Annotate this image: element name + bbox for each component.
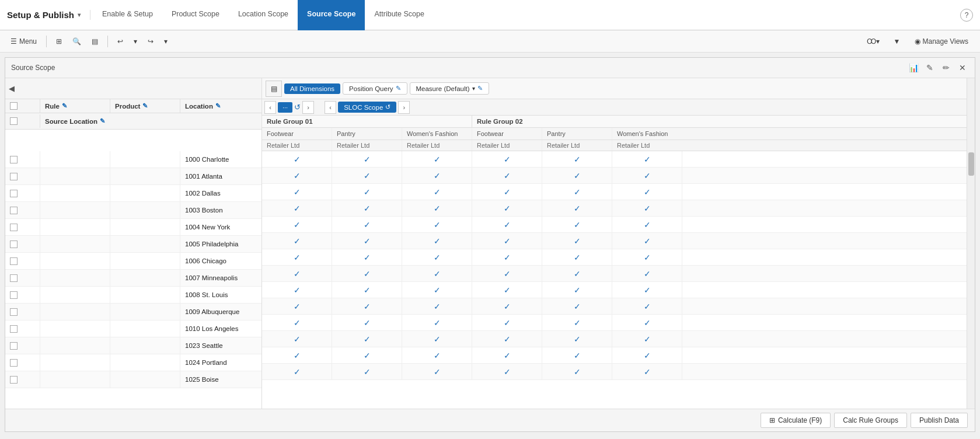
check-cell[interactable]: ✓ (472, 364, 542, 380)
help-button[interactable]: ? (960, 9, 973, 22)
right-data-row[interactable]: ✓✓✓✓✓✓ (262, 217, 967, 233)
sloc-scope-button[interactable]: SLOC Scope ↺ (338, 102, 396, 113)
tab-all-dimensions[interactable]: All Dimensions (284, 83, 340, 94)
check-cell[interactable]: ✓ (612, 282, 682, 298)
table-row[interactable]: 1001 Atlanta (5, 168, 261, 185)
check-cell[interactable]: ✓ (472, 282, 542, 298)
check-cell[interactable]: ✓ (262, 282, 332, 298)
table-row[interactable]: 1010 Los Angeles (5, 320, 261, 337)
app-title[interactable]: Setup & Publish ▾ (7, 10, 90, 20)
check-cell[interactable]: ✓ (402, 200, 472, 217)
check-cell[interactable]: ✓ (612, 217, 682, 233)
check-cell[interactable]: ✓ (332, 249, 402, 266)
check-cell[interactable]: ✓ (472, 266, 542, 282)
scrollbar-track[interactable] (967, 151, 975, 409)
table-row[interactable]: 1005 Philadelphia (5, 236, 261, 253)
tab-enable-setup[interactable]: Enable & Setup (93, 0, 162, 30)
check-cell[interactable]: ✓ (612, 347, 682, 364)
right-data-column[interactable]: ✓✓✓✓✓✓✓✓✓✓✓✓✓✓✓✓✓✓✓✓✓✓✓✓✓✓✓✓✓✓✓✓✓✓✓✓✓✓✓✓… (262, 151, 967, 409)
check-cell[interactable]: ✓ (542, 298, 612, 315)
check-cell[interactable]: ✓ (262, 200, 332, 217)
check-cell[interactable]: ✓ (332, 347, 402, 364)
right-data-row[interactable]: ✓✓✓✓✓✓ (262, 151, 967, 168)
table-row[interactable]: 1024 Portland (5, 354, 261, 371)
calculate-button[interactable]: ⊞ Calculate (F9) (761, 413, 831, 428)
row-checkbox[interactable] (5, 253, 40, 269)
check-cell[interactable]: ✓ (402, 315, 472, 331)
tab-position-query[interactable]: Position Query ✎ (343, 82, 407, 95)
select-all-checkbox[interactable] (10, 102, 18, 110)
left-nav-arrow-2[interactable]: ‹ (325, 101, 336, 114)
source-location-edit-icon[interactable]: ✎ (100, 117, 105, 125)
check-cell[interactable]: ✓ (542, 282, 612, 298)
check-cell[interactable]: ✓ (612, 168, 682, 184)
right-data-row[interactable]: ✓✓✓✓✓✓ (262, 315, 967, 331)
layout-button[interactable]: ▤ (88, 35, 102, 48)
check-cell[interactable]: ✓ (612, 151, 682, 168)
redo-dropdown[interactable]: ▾ (161, 35, 171, 48)
pivot-left-button[interactable]: ▤ (266, 81, 282, 97)
right-nav-arrow-1[interactable]: › (302, 101, 314, 114)
check-cell[interactable]: ✓ (542, 151, 612, 168)
filter-button[interactable]: ▼ (889, 35, 905, 48)
check-cell[interactable]: ✓ (542, 217, 612, 233)
row-checkbox[interactable] (5, 337, 40, 354)
check-cell[interactable]: ✓ (332, 168, 402, 184)
table-row[interactable]: 1000 Charlotte (5, 151, 261, 168)
chart-button[interactable]: 📊 (907, 61, 920, 74)
right-data-row[interactable]: ✓✓✓✓✓✓ (262, 347, 967, 364)
row-checkbox[interactable] (5, 270, 40, 286)
product-edit-icon[interactable]: ✎ (142, 102, 148, 110)
check-cell[interactable]: ✓ (402, 217, 472, 233)
grid-view-button[interactable]: ⊞ (53, 35, 65, 48)
row-checkbox[interactable] (5, 320, 40, 337)
check-cell[interactable]: ✓ (402, 168, 472, 184)
location-edit-icon[interactable]: ✎ (215, 102, 221, 110)
search-button[interactable]: 🔍 (69, 35, 85, 48)
check-cell[interactable]: ✓ (472, 249, 542, 266)
check-cell[interactable]: ✓ (402, 184, 472, 200)
check-cell[interactable]: ✓ (472, 298, 542, 315)
scrollbar-thumb[interactable] (968, 152, 974, 176)
source-location-checkbox[interactable] (10, 117, 18, 125)
check-cell[interactable]: ✓ (332, 315, 402, 331)
position-query-edit-icon[interactable]: ✎ (396, 85, 401, 92)
reset-btn-1[interactable]: ↺ (294, 103, 301, 112)
tab-location-scope[interactable]: Location Scope (229, 0, 298, 30)
row-checkbox[interactable] (5, 287, 40, 303)
check-cell[interactable]: ✓ (262, 331, 332, 347)
row-checkbox[interactable] (5, 371, 40, 388)
check-cell[interactable]: ✓ (542, 168, 612, 184)
check-cell[interactable]: ✓ (402, 347, 472, 364)
check-cell[interactable]: ✓ (472, 315, 542, 331)
rule-edit-icon[interactable]: ✎ (62, 102, 67, 110)
check-cell[interactable]: ✓ (402, 331, 472, 347)
table-row[interactable]: 1025 Boise (5, 371, 261, 388)
check-cell[interactable]: ✓ (332, 331, 402, 347)
right-nav-arrow-2[interactable]: › (398, 101, 410, 114)
menu-button[interactable]: ☰ Menu (7, 35, 40, 48)
check-cell[interactable]: ✓ (612, 364, 682, 380)
check-cell[interactable]: ✓ (542, 315, 612, 331)
edit-button-1[interactable]: ✎ (923, 61, 936, 74)
check-cell[interactable]: ✓ (402, 249, 472, 266)
check-cell[interactable]: ✓ (612, 331, 682, 347)
check-cell[interactable]: ✓ (542, 347, 612, 364)
check-cell[interactable]: ✓ (332, 364, 402, 380)
check-cell[interactable]: ✓ (472, 331, 542, 347)
left-nav-arrow[interactable]: ‹ (264, 101, 276, 114)
check-cell[interactable]: ✓ (332, 184, 402, 200)
row-checkbox[interactable] (5, 185, 40, 201)
check-cell[interactable]: ✓ (402, 298, 472, 315)
check-cell[interactable]: ✓ (262, 347, 332, 364)
edit-button-2[interactable]: ✏ (940, 61, 953, 74)
table-row[interactable]: 1009 Albuquerque (5, 304, 261, 320)
check-cell[interactable]: ✓ (402, 233, 472, 249)
check-cell[interactable]: ✓ (612, 266, 682, 282)
check-cell[interactable]: ✓ (262, 249, 332, 266)
left-data-column[interactable]: 1000 Charlotte 1001 Atlanta 1002 Dallas … (5, 151, 262, 409)
check-cell[interactable]: ✓ (332, 298, 402, 315)
table-row[interactable]: 1004 New York (5, 219, 261, 236)
check-cell[interactable]: ✓ (262, 364, 332, 380)
check-cell[interactable]: ✓ (262, 266, 332, 282)
